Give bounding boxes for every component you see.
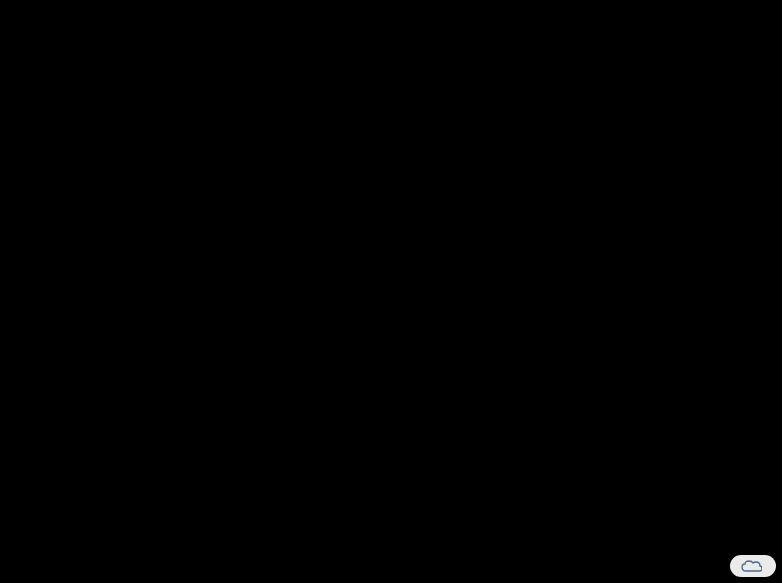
cloud-icon <box>740 559 762 573</box>
watermark-badge <box>730 555 776 577</box>
access-log-pane[interactable] <box>0 0 782 440</box>
